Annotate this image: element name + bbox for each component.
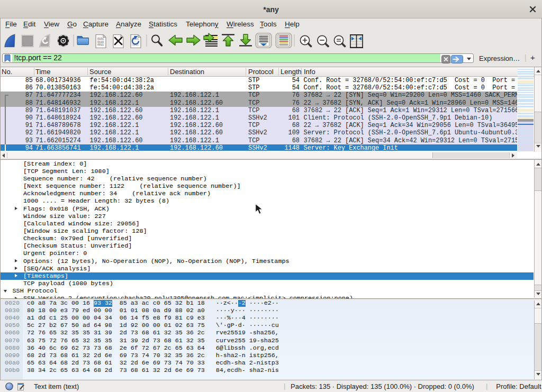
svg-text:0011: 0011 (97, 43, 104, 47)
